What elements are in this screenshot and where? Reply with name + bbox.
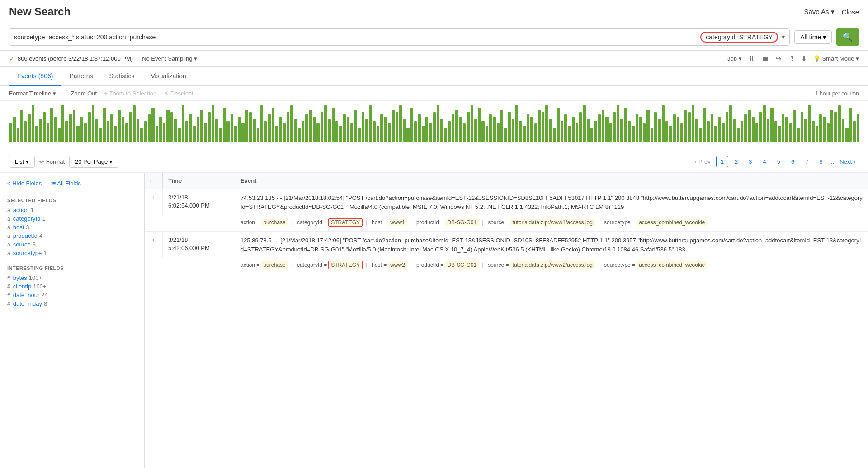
zoom-out-button[interactable]: — Zoom Out xyxy=(63,90,97,97)
chart-bar[interactable] xyxy=(245,110,248,142)
selected-field-action[interactable]: aaction 1 xyxy=(7,207,137,213)
chart-bar[interactable] xyxy=(377,126,379,142)
chart-bar[interactable] xyxy=(403,119,406,142)
chart-bar[interactable] xyxy=(770,108,773,142)
chart-bar[interactable] xyxy=(812,121,815,142)
chart-bar[interactable] xyxy=(486,126,488,142)
chart-bar[interactable] xyxy=(673,114,676,142)
chart-bar[interactable] xyxy=(444,128,447,142)
close-button[interactable]: Close xyxy=(842,8,859,16)
field-tag-value[interactable]: access_combined_wcookie xyxy=(637,219,707,226)
chart-bar[interactable] xyxy=(703,108,706,142)
chart-bar[interactable] xyxy=(99,128,102,142)
chart-bar[interactable] xyxy=(613,112,616,142)
search-input-wrapper[interactable]: sourcetype=access_* status=200 action=pu… xyxy=(9,28,790,46)
selected-field-host[interactable]: ahost 3 xyxy=(7,224,137,231)
chart-bar[interactable] xyxy=(527,114,529,142)
chart-bar[interactable] xyxy=(148,114,151,142)
chart-bar[interactable] xyxy=(759,112,762,142)
chart-bar[interactable] xyxy=(137,119,139,142)
chart-bar[interactable] xyxy=(602,110,604,142)
chart-bar[interactable] xyxy=(845,128,848,142)
chart-bar[interactable] xyxy=(193,126,196,142)
field-name[interactable]: categoryId xyxy=(13,215,41,222)
chart-bar[interactable] xyxy=(335,121,338,142)
save-as-button[interactable]: Save As ▾ xyxy=(804,8,834,16)
chart-bar[interactable] xyxy=(568,126,571,142)
chart-bar[interactable] xyxy=(628,121,631,142)
chart-bar[interactable] xyxy=(823,117,826,142)
chart-bar[interactable] xyxy=(384,117,387,142)
chart-bar[interactable] xyxy=(695,119,698,142)
chart-bar[interactable] xyxy=(429,123,432,142)
chart-bar[interactable] xyxy=(166,110,169,142)
print-icon[interactable]: 🖨 xyxy=(788,55,795,63)
chart-bar[interactable] xyxy=(20,110,23,142)
page-5-button[interactable]: 5 xyxy=(773,156,785,167)
chart-bar[interactable] xyxy=(763,105,766,142)
chart-bar[interactable] xyxy=(396,112,398,142)
page-3-button[interactable]: 3 xyxy=(744,156,756,167)
chart-bar[interactable] xyxy=(830,110,833,142)
chart-bar[interactable] xyxy=(170,112,173,142)
chart-bar[interactable] xyxy=(373,121,376,142)
chart-bar[interactable] xyxy=(118,110,121,142)
chart-bar[interactable] xyxy=(58,128,61,142)
chart-bar[interactable] xyxy=(133,105,136,142)
field-tag-value[interactable]: tutorialdata.zip:/www2/access.log xyxy=(510,261,595,269)
chart-bar[interactable] xyxy=(392,110,394,142)
chart-bar[interactable] xyxy=(107,121,109,142)
chart-bar[interactable] xyxy=(69,114,72,142)
chart-bar[interactable] xyxy=(632,126,634,142)
chart-bar[interactable] xyxy=(253,119,255,142)
interesting-field-date_hour[interactable]: #date_hour 24 xyxy=(7,292,137,298)
chart-bar[interactable] xyxy=(816,126,818,142)
all-fields-button[interactable]: :≡ All Fields xyxy=(51,180,81,187)
sampling-button[interactable]: No Event Sampling ▾ xyxy=(142,55,197,62)
chart-bar[interactable] xyxy=(523,126,526,142)
chart-bar[interactable] xyxy=(774,121,777,142)
chart-bar[interactable] xyxy=(481,121,484,142)
chart-bar[interactable] xyxy=(125,123,128,142)
chart-bar[interactable] xyxy=(594,121,597,142)
chart-bar[interactable] xyxy=(264,121,267,142)
chart-bar[interactable] xyxy=(834,112,837,142)
chart-bar[interactable] xyxy=(354,110,357,142)
chart-bars[interactable] xyxy=(9,105,859,142)
chart-bar[interactable] xyxy=(414,121,417,142)
expand-icon[interactable]: › xyxy=(152,236,154,243)
chart-bar[interactable] xyxy=(549,119,552,142)
chart-bar[interactable] xyxy=(212,105,214,142)
chart-bar[interactable] xyxy=(380,114,383,142)
chart-bar[interactable] xyxy=(680,123,683,142)
interesting-field-bytes[interactable]: #bytes 100+ xyxy=(7,274,137,281)
chart-bar[interactable] xyxy=(249,112,252,142)
chart-bar[interactable] xyxy=(665,121,668,142)
chart-bar[interactable] xyxy=(455,110,458,142)
field-tag-value[interactable]: DB-SG-G01 xyxy=(445,261,479,269)
selected-field-productId[interactable]: aproductId 4 xyxy=(7,232,137,239)
chart-bar[interactable] xyxy=(842,119,844,142)
chart-bar[interactable] xyxy=(362,112,364,142)
chart-bar[interactable] xyxy=(793,110,796,142)
chart-bar[interactable] xyxy=(204,123,207,142)
chart-bar[interactable] xyxy=(197,117,199,142)
chart-bar[interactable] xyxy=(437,105,439,142)
chart-bar[interactable] xyxy=(684,110,687,142)
chart-bar[interactable] xyxy=(234,126,237,142)
per-page-button[interactable]: 20 Per Page ▾ xyxy=(69,156,118,168)
chart-bar[interactable] xyxy=(241,123,244,142)
field-tag-value[interactable]: STRATEGY xyxy=(328,261,363,269)
chart-bar[interactable] xyxy=(508,112,510,142)
chart-bar[interactable] xyxy=(208,112,211,142)
field-tag-value[interactable]: DB-SG-G01 xyxy=(445,219,479,226)
chart-bar[interactable] xyxy=(639,117,642,142)
chart-bar[interactable] xyxy=(785,117,788,142)
chart-bar[interactable] xyxy=(804,119,807,142)
field-name[interactable]: date_hour xyxy=(13,292,40,298)
chart-bar[interactable] xyxy=(542,112,544,142)
chart-bar[interactable] xyxy=(778,126,781,142)
chart-bar[interactable] xyxy=(564,114,567,142)
chart-bar[interactable] xyxy=(76,126,79,142)
chart-bar[interactable] xyxy=(316,123,319,142)
